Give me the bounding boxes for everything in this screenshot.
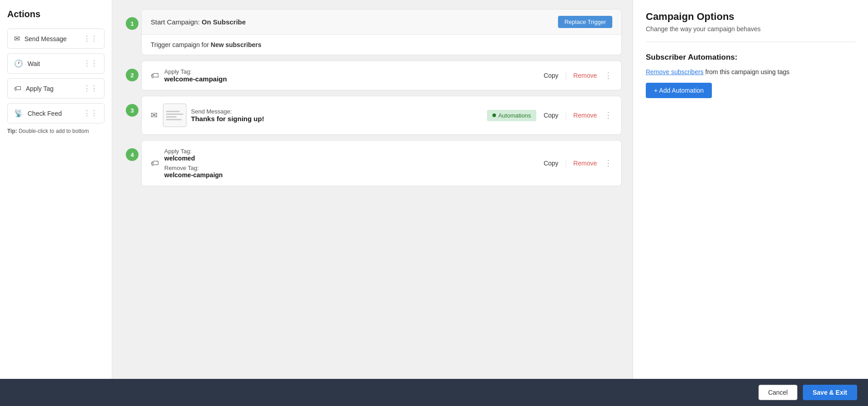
panel-description-suffix: from this campaign using tags xyxy=(704,68,790,76)
step-4-apply-label: Apply Tag: xyxy=(164,148,535,155)
clock-icon: 🕐 xyxy=(14,59,23,68)
step-2-content: Apply Tag: welcome-campaign xyxy=(164,68,535,83)
step-4-card: 🏷 Apply Tag: welcomed Remove Tag: welcom… xyxy=(141,140,622,186)
remove-subscribers-link[interactable]: Remove subscribers xyxy=(646,68,704,76)
drag-handle-wait[interactable]: ⋮⋮ xyxy=(83,59,98,68)
step-3-badge: 3 xyxy=(126,104,138,117)
panel-description: Remove subscribers from this campaign us… xyxy=(646,68,855,76)
drag-handle-apply-tag[interactable]: ⋮⋮ xyxy=(83,84,98,93)
message-envelope-icon: ✉ xyxy=(151,110,157,120)
campaign-steps-area: 1 Start Campaign: On Subscribe Replace T… xyxy=(112,0,633,379)
tip-description: Double-click to add to bottom xyxy=(19,128,89,134)
cancel-button[interactable]: Cancel xyxy=(758,385,797,400)
step-3-controls: Automations Copy Remove ⋮ xyxy=(487,110,612,121)
automations-button[interactable]: Automations xyxy=(487,110,536,121)
step-2-copy-button[interactable]: Copy xyxy=(541,70,561,81)
action-label-check-feed: Check Feed xyxy=(28,110,62,117)
panel-subtitle: Change the way your campaign behaves xyxy=(646,25,855,33)
step-4-controls: Copy Remove ⋮ xyxy=(541,158,612,169)
trigger-bold: On Subscribe xyxy=(202,18,246,26)
step-4-copy-button[interactable]: Copy xyxy=(541,158,561,169)
step-3-divider xyxy=(566,111,566,119)
step-1-card: Start Campaign: On Subscribe Replace Tri… xyxy=(141,9,622,55)
tag-icon: 🏷 xyxy=(14,85,21,93)
step-2-controls: Copy Remove ⋮ xyxy=(541,70,612,81)
trigger-title: Start Campaign: On Subscribe xyxy=(151,18,246,26)
step-4-divider xyxy=(566,159,566,167)
feed-icon: 📡 xyxy=(14,109,23,118)
automations-dot xyxy=(492,113,496,117)
right-panel: Campaign Options Change the way your cam… xyxy=(633,0,868,379)
step-4-content: Apply Tag: welcomed Remove Tag: welcome-… xyxy=(164,148,535,179)
step-3-wrapper: 3 ✉ Send Message: Thanks for xyxy=(123,96,622,135)
step-2-row: 🏷 Apply Tag: welcome-campaign Copy Remov… xyxy=(142,61,621,90)
automations-label: Automations xyxy=(498,112,531,119)
step-3-row: ✉ Send Message: Thanks for signing up! xyxy=(142,96,621,134)
step-1-badge: 1 xyxy=(126,17,138,30)
trigger-body-bold: New subscribers xyxy=(211,41,262,48)
panel-divider xyxy=(646,42,855,42)
step-4-wrapper: 4 🏷 Apply Tag: welcomed Remove Tag: welc… xyxy=(123,140,622,186)
action-label-apply-tag: Apply Tag xyxy=(26,85,53,92)
envelope-icon: ✉ xyxy=(14,34,20,43)
apply-remove-tag-icon: 🏷 xyxy=(151,159,159,168)
trigger-header: Start Campaign: On Subscribe Replace Tri… xyxy=(142,9,621,35)
replace-trigger-button[interactable]: Replace Trigger xyxy=(558,16,612,28)
action-wait[interactable]: 🕐 Wait ⋮⋮ xyxy=(7,53,105,74)
action-apply-tag[interactable]: 🏷 Apply Tag ⋮⋮ xyxy=(7,78,105,99)
action-check-feed[interactable]: 📡 Check Feed ⋮⋮ xyxy=(7,103,105,123)
add-automation-button[interactable]: + Add Automation xyxy=(646,83,712,98)
step-2-name: welcome-campaign xyxy=(164,75,535,83)
step-1-wrapper: 1 Start Campaign: On Subscribe Replace T… xyxy=(123,9,622,55)
step-4-apply-name: welcomed xyxy=(164,155,535,162)
step-3-more-icon[interactable]: ⋮ xyxy=(604,110,612,120)
action-send-message[interactable]: ✉ Send Message ⋮⋮ xyxy=(7,28,105,49)
drag-handle-check-feed[interactable]: ⋮⋮ xyxy=(83,109,98,118)
step-2-more-icon[interactable]: ⋮ xyxy=(604,71,612,80)
step-2-remove-button[interactable]: Remove xyxy=(571,70,600,81)
step-3-content: Send Message: Thanks for signing up! xyxy=(191,108,482,123)
footer: Cancel Save & Exit xyxy=(0,379,868,406)
step-4-remove-button[interactable]: Remove xyxy=(571,158,600,169)
apply-tag-icon: 🏷 xyxy=(151,71,159,80)
action-label-send-message: Send Message xyxy=(24,35,67,42)
save-exit-button[interactable]: Save & Exit xyxy=(803,385,857,400)
step-2-wrapper: 2 🏷 Apply Tag: welcome-campaign Copy Rem… xyxy=(123,61,622,90)
step-4-badge: 4 xyxy=(126,148,138,161)
step-3-name: Thanks for signing up! xyxy=(191,115,482,123)
trigger-prefix: Start Campaign: xyxy=(151,18,202,26)
message-preview-thumbnail xyxy=(163,104,186,127)
step-4-row: 🏷 Apply Tag: welcomed Remove Tag: welcom… xyxy=(142,141,621,186)
action-label-wait: Wait xyxy=(28,60,40,67)
sidebar-title: Actions xyxy=(7,9,105,19)
step-4-remove-label: Remove Tag: xyxy=(164,165,535,171)
step-3-remove-button[interactable]: Remove xyxy=(571,110,600,121)
actions-sidebar: Actions ✉ Send Message ⋮⋮ 🕐 Wait ⋮⋮ 🏷 Ap… xyxy=(0,0,112,379)
trigger-body-text: Trigger campaign for xyxy=(151,41,211,48)
panel-title: Campaign Options xyxy=(646,11,855,23)
step-2-card: 🏷 Apply Tag: welcome-campaign Copy Remov… xyxy=(141,61,622,90)
panel-section-title: Subscriber Automations: xyxy=(646,53,855,62)
step-3-copy-button[interactable]: Copy xyxy=(541,110,561,121)
step-4-remove-name: welcome-campaign xyxy=(164,171,535,179)
step-4-more-icon[interactable]: ⋮ xyxy=(604,158,612,168)
step-2-badge: 2 xyxy=(126,69,138,81)
tip-text: Tip: Double-click to add to bottom xyxy=(7,128,105,134)
step-3-card: ✉ Send Message: Thanks for signing up! xyxy=(141,96,622,135)
step-2-divider xyxy=(566,71,566,80)
tip-label: Tip: xyxy=(7,128,17,134)
step-3-type: Send Message: xyxy=(191,108,482,115)
drag-handle-send-message[interactable]: ⋮⋮ xyxy=(83,34,98,43)
step-3-message-preview: Send Message: Thanks for signing up! xyxy=(163,104,482,127)
step-2-type: Apply Tag: xyxy=(164,68,535,75)
trigger-body: Trigger campaign for New subscribers xyxy=(142,35,621,55)
